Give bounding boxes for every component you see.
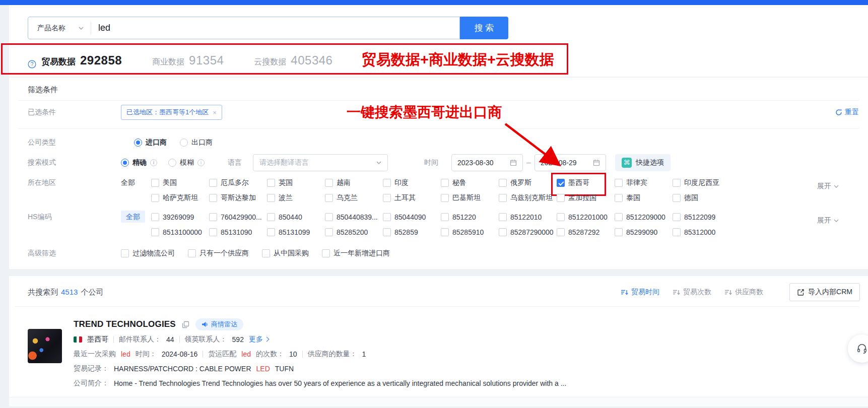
hscode-checkbox[interactable]: 8512209000 — [615, 213, 673, 221]
hscode-checkbox[interactable]: 850440 — [267, 213, 325, 221]
quick-options-button[interactable]: ⌘ 快捷选项 — [615, 154, 671, 171]
region-checkbox-ukraine[interactable]: 乌克兰 — [325, 193, 383, 202]
checkbox-icon — [325, 228, 333, 236]
last-purchase-date: 2024-08-16 — [162, 350, 198, 358]
language-placeholder: 请选择翻译语言 — [259, 158, 309, 167]
search-mode-row: 搜索模式 精确 i 模糊 i 语言 请选择翻译语言 时间 2023-08-30 … — [9, 154, 868, 171]
tab-business-data[interactable]: 商业数据 91354 — [152, 53, 224, 75]
advanced-checkbox-buy-from-china[interactable]: 从中国采购 — [262, 249, 309, 258]
last-purchase-time-label: 时间： — [136, 350, 157, 359]
region-option-label: 哥斯达黎加 — [221, 193, 256, 202]
business-radar-badge[interactable]: 商情雷达 — [195, 318, 243, 330]
hscode-checkbox[interactable]: 852859 — [383, 228, 441, 236]
tab-cloud-search-data[interactable]: 云搜数据 405346 — [254, 53, 332, 75]
region-checkbox-vietnam[interactable]: 越南 — [325, 178, 383, 187]
sort-trade-count[interactable]: 贸易次数 — [673, 288, 711, 297]
search-category-select[interactable]: 产品名称 — [28, 24, 91, 33]
advanced-checkbox-single-supplier[interactable]: 只有一个供应商 — [188, 249, 249, 258]
date-start-input[interactable]: 2023-08-30 — [451, 154, 523, 171]
hscode-checkbox[interactable]: 85285200 — [325, 228, 383, 236]
calendar-icon — [510, 159, 517, 166]
hscode-option-label: 852859 — [394, 228, 418, 236]
hscode-checkbox[interactable]: 85122010 — [499, 213, 557, 221]
region-checkbox-kazakhstan[interactable]: 哈萨克斯坦 — [151, 193, 209, 202]
hscode-checkbox[interactable]: 85312000 — [673, 228, 730, 236]
region-checkbox-peru[interactable]: 秘鲁 — [441, 178, 499, 187]
import-crm-label: 导入内部CRM — [808, 288, 852, 297]
checkbox-icon — [209, 194, 217, 202]
company-result-card[interactable]: TREND TECHNOLOGIES 商情雷达 墨西哥 邮件联系人： 44 领英… — [9, 307, 868, 390]
region-expand-button[interactable]: 展开 — [817, 182, 839, 191]
region-checkbox-russia[interactable]: 俄罗斯 — [499, 178, 557, 187]
checkbox-icon — [673, 194, 681, 202]
region-option-label: 德国 — [684, 193, 698, 202]
company-profile-row: 公司简介： Home - Trend Technologies Trend Te… — [74, 376, 868, 390]
region-checkbox-costa-rica[interactable]: 哥斯达黎加 — [209, 193, 267, 202]
region-checkbox-germany[interactable]: 德国 — [673, 193, 730, 202]
region-option-label: 英国 — [279, 178, 293, 187]
language-label: 语言 — [228, 158, 242, 167]
search-input[interactable] — [91, 23, 459, 33]
hscode-checkbox[interactable]: 760429900... — [209, 213, 267, 221]
hscode-checkbox[interactable]: 85044090 — [383, 213, 441, 221]
region-all[interactable]: 全部 — [121, 178, 151, 187]
copy-icon[interactable] — [182, 321, 189, 328]
advanced-checkbox-new-importer[interactable]: 近一年新增进口商 — [322, 249, 390, 258]
region-checkbox-indonesia[interactable]: 印度尼西亚 — [673, 178, 730, 187]
region-checkbox-pakistan[interactable]: 巴基斯坦 — [441, 193, 499, 202]
checkbox-icon — [557, 228, 565, 236]
hscode-checkbox[interactable]: 39269099 — [151, 213, 209, 221]
region-checkbox-poland[interactable]: 波兰 — [267, 193, 325, 202]
radio-exporter[interactable]: 出口商 — [180, 138, 213, 147]
advanced-checkbox-filter-logistics[interactable]: 过滤物流公司 — [121, 249, 175, 258]
date-end-value: 2024-08-29 — [541, 159, 577, 167]
radio-fuzzy[interactable]: 模糊 i — [168, 158, 205, 167]
hscode-checkbox[interactable]: 85131090 — [209, 228, 267, 236]
region-checkbox-usa[interactable]: 美国 — [151, 178, 209, 187]
checkbox-icon — [121, 249, 129, 257]
hscode-checkbox[interactable]: 85287292 — [557, 228, 615, 236]
checkbox-icon — [267, 179, 275, 187]
help-icon[interactable]: ? — [28, 60, 36, 69]
sort-supplier-count[interactable]: 供应商数 — [724, 288, 763, 297]
hscode-expand-button[interactable]: 展开 — [817, 216, 839, 225]
hscode-checkbox[interactable]: 85131099 — [267, 228, 325, 236]
search-button[interactable]: 搜 索 — [460, 17, 508, 39]
region-checkbox-uk[interactable]: 英国 — [267, 178, 325, 187]
region-checkbox-turkey[interactable]: 土耳其 — [383, 193, 441, 202]
hscode-checkbox[interactable]: 85285910 — [441, 228, 499, 236]
hscode-checkbox[interactable]: 850440839... — [325, 213, 383, 221]
hscode-checkbox[interactable]: 85122099 — [673, 213, 730, 221]
hscode-all[interactable]: 全部 — [121, 213, 151, 222]
region-checkbox-bangladesh[interactable]: 孟加拉国 — [557, 193, 615, 202]
hscode-checkbox[interactable]: 851220 — [441, 213, 499, 221]
region-checkbox-philippines[interactable]: 菲律宾 — [615, 178, 673, 187]
company-name[interactable]: TREND TECHNOLOGIES — [74, 319, 176, 329]
language-select[interactable]: 请选择翻译语言 — [253, 154, 388, 171]
hscode-checkbox[interactable]: 85287290000 — [499, 228, 557, 236]
annotation-tabs-note: 贸易数据+商业数据+云搜数据 — [362, 50, 554, 70]
radio-importer[interactable]: 进口商 — [134, 138, 167, 147]
reset-button[interactable]: 重置 — [835, 108, 859, 117]
hscode-checkbox[interactable]: 8513100000 — [151, 228, 209, 236]
radio-label: 出口商 — [191, 138, 213, 147]
info-icon[interactable]: i — [150, 159, 157, 166]
region-option-label: 厄瓜多尔 — [221, 178, 249, 187]
import-crm-button[interactable]: 导入内部CRM — [789, 283, 860, 301]
region-checkbox-india[interactable]: 印度 — [383, 178, 441, 187]
info-icon[interactable]: i — [197, 159, 205, 166]
region-checkbox-ecuador[interactable]: 厄瓜多尔 — [209, 178, 267, 187]
hscode-checkbox[interactable]: 8512201000 — [557, 213, 615, 221]
remove-tag-icon[interactable]: × — [213, 109, 217, 116]
region-checkbox-thailand[interactable]: 泰国 — [615, 193, 673, 202]
sort-trade-time[interactable]: 贸易时间 — [621, 288, 659, 297]
hscode-checkbox[interactable]: 85299090 — [615, 228, 673, 236]
active-tab-underline — [58, 73, 96, 75]
tab-trade-data[interactable]: 贸易数据 292858 — [41, 53, 122, 75]
region-checkbox-mexico-checked[interactable]: 墨西哥 — [557, 178, 615, 187]
region-checkbox-uzbekistan[interactable]: 乌兹别克斯坦 — [499, 193, 557, 202]
radio-exact[interactable]: 精确 i — [121, 158, 157, 167]
date-end-input[interactable]: 2024-08-29 — [535, 154, 606, 171]
more-link[interactable]: 更多 — [249, 335, 269, 344]
selected-region-tag[interactable]: 已选地区：墨西哥等1个地区 × — [121, 105, 222, 120]
